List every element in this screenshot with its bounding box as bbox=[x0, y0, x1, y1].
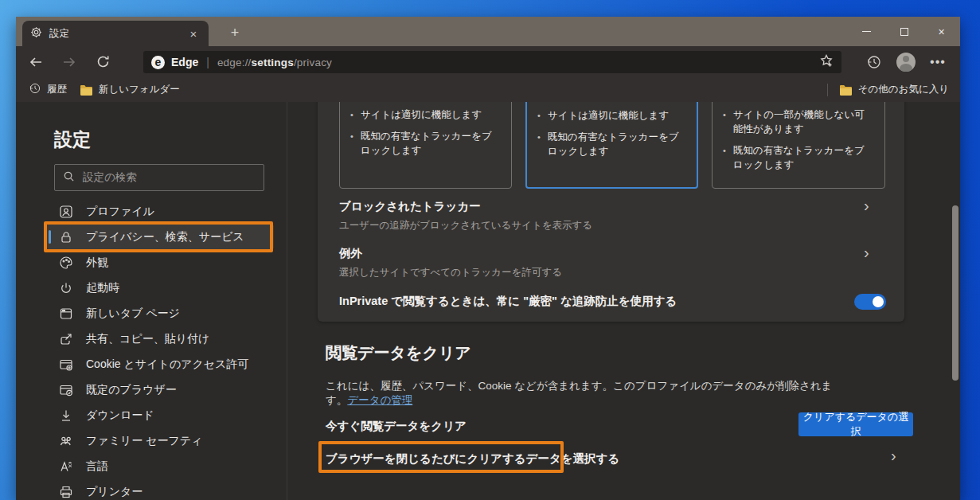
bullet-icon: • bbox=[350, 107, 353, 122]
maximize-icon bbox=[900, 28, 908, 36]
favorites-folder-label: 新しいフォルダー bbox=[99, 83, 180, 96]
family-icon bbox=[59, 434, 73, 448]
tracking-option-balanced-selected[interactable]: •サイトは適切に機能します •既知の有害なトラッカーをブロックします bbox=[525, 102, 698, 189]
chevron-right-icon[interactable]: › bbox=[864, 197, 869, 213]
bullet-icon: • bbox=[537, 108, 541, 123]
other-favorites-button[interactable]: その他のお気に入り bbox=[839, 83, 949, 96]
minimize-button[interactable] bbox=[848, 17, 885, 46]
back-button[interactable] bbox=[22, 50, 49, 74]
blocked-trackers-subtitle: ユーザーの追跡がブロックされているサイトを表示する bbox=[339, 219, 592, 232]
manage-data-link[interactable]: データの管理 bbox=[347, 394, 412, 406]
sidebar-item-default-browser[interactable]: 既定のブラウザー bbox=[46, 377, 274, 402]
sidebar-item-startup[interactable]: 起動時 bbox=[46, 275, 274, 300]
browser-window: 設定 × + × e Edge | edge://settings/privac… bbox=[16, 17, 960, 500]
inprivate-strict-label: InPrivate で閲覧するときは、常に "厳密" な追跡防止を使用する bbox=[339, 294, 677, 309]
sidebar-item-new-tab-page[interactable]: 新しいタブ ページ bbox=[46, 301, 274, 326]
chevron-right-icon[interactable]: › bbox=[891, 447, 896, 463]
lock-icon bbox=[59, 230, 73, 244]
site-permissions-icon bbox=[59, 357, 73, 372]
tab-bar: 設定 × + × bbox=[16, 17, 960, 46]
sidebar-item-printers[interactable]: プリンター bbox=[46, 479, 274, 500]
favorites-divider bbox=[827, 84, 828, 96]
tracking-option-strict[interactable]: •サイトの一部が機能しない可能性があります •既知の有害なトラッカーをブロックし… bbox=[712, 102, 885, 189]
close-icon: × bbox=[938, 25, 944, 38]
sidebar-item-family-safety[interactable]: ファミリー セーフティ bbox=[46, 428, 274, 453]
favorites-history-item[interactable]: 履歴 bbox=[29, 82, 67, 97]
clear-browsing-data-heading: 閲覧データをクリア bbox=[326, 342, 471, 364]
reload-button[interactable] bbox=[89, 50, 116, 74]
sidebar-item-appearance[interactable]: 外観 bbox=[46, 250, 274, 275]
download-icon bbox=[59, 408, 73, 423]
sidebar-item-languages[interactable]: 言語 bbox=[46, 454, 274, 479]
tracking-prevention-card: •サイトは適切に機能します •既知の有害なトラッカーをブロックします •サイトは… bbox=[318, 102, 904, 322]
power-icon bbox=[59, 281, 73, 295]
tab-settings[interactable]: 設定 × bbox=[22, 21, 209, 46]
sidebar-item-profile[interactable]: プロファイル bbox=[46, 199, 274, 224]
address-separator: | bbox=[206, 56, 209, 68]
edge-logo-icon: e bbox=[151, 56, 165, 69]
clear-now-label: 今すぐ閲覧データをクリア bbox=[326, 419, 467, 434]
close-button[interactable]: × bbox=[923, 17, 960, 46]
tab-close-icon[interactable]: × bbox=[186, 26, 201, 41]
settings-content: •サイトは適切に機能します •既知の有害なトラッカーをブロックします •サイトは… bbox=[287, 102, 960, 500]
settings-sidebar: 設定 設定の検索 プロファイル プライバシー、検索、サービス 外観 bbox=[16, 102, 287, 500]
choose-what-to-clear-button[interactable]: クリアするデータの選択 bbox=[798, 412, 913, 436]
sidebar-item-share-copy-paste[interactable]: 共有、コピー、貼り付け bbox=[46, 326, 274, 351]
settings-title: 設定 bbox=[54, 127, 91, 152]
tab-title: 設定 bbox=[49, 27, 186, 41]
address-bar[interactable]: e Edge | edge://settings/privacy bbox=[143, 51, 841, 73]
history-button[interactable] bbox=[858, 49, 890, 75]
avatar-icon bbox=[896, 53, 916, 72]
minimize-icon bbox=[862, 31, 871, 32]
favorites-history-label: 履歴 bbox=[47, 83, 67, 96]
settings-page: 設定 設定の検索 プロファイル プライバシー、検索、サービス 外観 bbox=[16, 102, 960, 500]
tracking-option-basic[interactable]: •サイトは適切に機能します •既知の有害なトラッカーをブロックします bbox=[339, 102, 512, 189]
maximize-button[interactable] bbox=[885, 17, 923, 46]
sidebar-item-downloads[interactable]: ダウンロード bbox=[46, 403, 274, 428]
share-icon bbox=[59, 332, 73, 346]
favorites-folder-item[interactable]: 新しいフォルダー bbox=[80, 83, 180, 96]
address-brand: Edge bbox=[171, 56, 198, 68]
clear-browsing-data-description: これには、履歴、パスワード、Cookie などが含まれます。このプロファイルのデ… bbox=[326, 379, 851, 408]
sidebar-item-cookies-permissions[interactable]: Cookie とサイトのアクセス許可 bbox=[46, 352, 274, 377]
ellipsis-icon: ••• bbox=[930, 55, 946, 69]
exceptions-row[interactable]: 例外 bbox=[339, 246, 362, 261]
history-icon bbox=[29, 82, 41, 97]
other-favorites-label: その他のお気に入り bbox=[858, 83, 949, 96]
profile-avatar[interactable] bbox=[890, 49, 922, 75]
bullet-icon: • bbox=[723, 107, 726, 136]
sidebar-item-privacy[interactable]: プライバシー、検索、サービス bbox=[46, 225, 274, 249]
language-icon bbox=[59, 459, 73, 474]
bullet-icon: • bbox=[537, 130, 541, 158]
default-browser-icon bbox=[59, 383, 73, 397]
new-tab-page-icon bbox=[59, 307, 73, 321]
clear-on-close-row[interactable]: ブラウザーを閉じるたびにクリアするデータを選択する bbox=[326, 451, 619, 467]
bullet-icon: • bbox=[723, 143, 726, 172]
printer-icon bbox=[59, 485, 73, 499]
inprivate-strict-toggle[interactable] bbox=[854, 294, 886, 310]
forward-button[interactable] bbox=[56, 50, 83, 74]
folder-icon bbox=[80, 84, 93, 96]
favorites-bar: 履歴 新しいフォルダー その他のお気に入り bbox=[16, 77, 960, 102]
settings-menu-button[interactable]: ••• bbox=[922, 49, 954, 75]
bullet-icon: • bbox=[350, 129, 353, 158]
appearance-icon bbox=[59, 256, 73, 270]
gear-icon bbox=[30, 26, 42, 41]
page-scrollbar[interactable] bbox=[952, 205, 959, 381]
settings-search-input[interactable]: 設定の検索 bbox=[54, 164, 264, 191]
exceptions-subtitle: 選択したサイトですべてのトラッカーを許可する bbox=[339, 266, 562, 279]
navigation-toolbar: e Edge | edge://settings/privacy ••• bbox=[16, 46, 960, 77]
new-tab-button[interactable]: + bbox=[225, 23, 245, 42]
chevron-right-icon[interactable]: › bbox=[864, 244, 869, 260]
add-favorite-icon[interactable] bbox=[819, 53, 834, 71]
search-placeholder: 設定の検索 bbox=[83, 170, 137, 185]
search-icon bbox=[63, 170, 75, 186]
address-url: edge://settings/privacy bbox=[217, 57, 332, 68]
folder-icon bbox=[839, 84, 853, 96]
blocked-trackers-row[interactable]: ブロックされたトラッカー bbox=[339, 199, 481, 214]
profile-icon bbox=[59, 205, 73, 219]
